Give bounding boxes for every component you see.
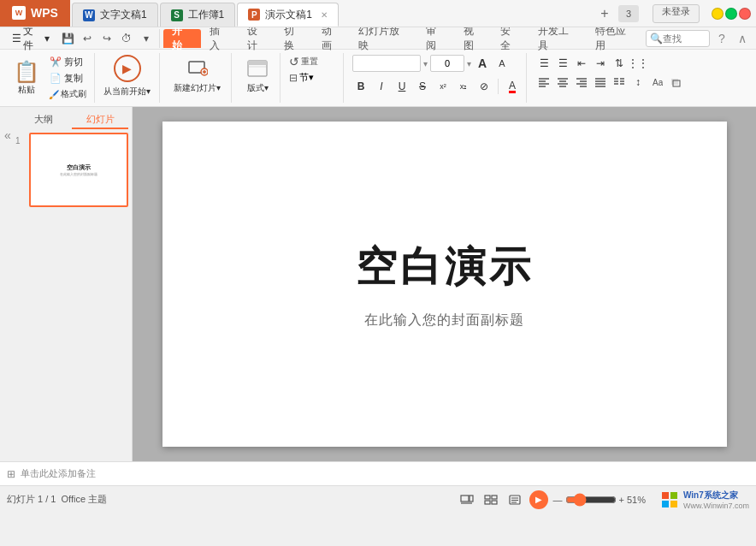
- tab-ppt[interactable]: P 演示文稿1 ✕: [237, 3, 339, 27]
- svg-rect-47: [670, 501, 677, 507]
- wps-icon: W: [12, 6, 26, 20]
- menu-hamburger[interactable]: ☰ 文件 ▾: [5, 29, 56, 48]
- watermark-brand: Win7系统之家: [683, 490, 749, 501]
- increase-indent-button[interactable]: ⇥: [592, 55, 609, 72]
- italic-button[interactable]: I: [373, 78, 390, 95]
- ribbon-tab-devtools[interactable]: 开发工具: [529, 29, 587, 48]
- help-button[interactable]: ?: [713, 30, 730, 47]
- slide-sub-title[interactable]: 在此输入您的封面副标题: [364, 312, 524, 329]
- ribbon-tab-home[interactable]: 开始: [163, 29, 201, 48]
- tab-doc[interactable]: W 文字文稿1: [72, 3, 158, 27]
- history-button[interactable]: ⏱: [117, 29, 136, 48]
- thumb-subtitle: 在此输入您的封面副标题: [60, 172, 97, 176]
- slide-canvas[interactable]: 空白演示 在此输入您的封面副标题: [162, 122, 727, 447]
- wps-logo-button[interactable]: W WPS: [0, 0, 70, 27]
- font-color-button[interactable]: A: [504, 78, 521, 95]
- align-center-button[interactable]: [554, 74, 571, 91]
- ribbon-tab-security[interactable]: 安全: [492, 29, 529, 48]
- ribbon-tab-review[interactable]: 审阅: [417, 29, 455, 48]
- tab-ppt-label: 演示文稿1: [265, 8, 312, 22]
- window-controls: [703, 8, 756, 20]
- tab-doc-label: 文字文稿1: [100, 8, 147, 22]
- bullets-button[interactable]: ☰: [535, 55, 552, 72]
- ribbon-tab-slideshow[interactable]: 幻灯片放映: [350, 29, 417, 48]
- font-group: ▾ 0 ▾ A A B I U S x² x₂ ⊘ A: [347, 53, 527, 103]
- zoom-minus[interactable]: —: [553, 495, 563, 505]
- shadow-button[interactable]: [667, 74, 684, 91]
- clear-format-button[interactable]: ⊘: [475, 78, 493, 95]
- login-button[interactable]: 未登录: [653, 4, 700, 23]
- format-painter-button[interactable]: 🖌️ 格式刷: [46, 87, 89, 101]
- search-input[interactable]: [663, 33, 706, 44]
- save-button[interactable]: 💾: [58, 29, 77, 48]
- format-painter-label: 格式刷: [61, 88, 86, 100]
- align-left-button[interactable]: [535, 74, 552, 91]
- quick-access-arrow[interactable]: ▾: [137, 29, 156, 48]
- ribbon-tab-special[interactable]: 特色应用: [587, 29, 644, 48]
- collapse-ribbon-button[interactable]: ∧: [734, 30, 751, 47]
- svg-text:Aa: Aa: [653, 78, 663, 87]
- svg-rect-36: [485, 496, 490, 499]
- more-paragraph-button[interactable]: ⋮⋮: [629, 55, 647, 72]
- main-area: « 大纲 幻灯片 1 空白演示 在此输入您的封面副标题 空白演示 在此输入您的封…: [0, 107, 756, 461]
- strikethrough-button[interactable]: S: [414, 78, 431, 95]
- titlebar-tabs: W WPS W 文字文稿1 S 工作簿1 P 演示文稿1 ✕: [0, 0, 594, 27]
- zoom-slider[interactable]: [565, 493, 617, 507]
- reader-view-button[interactable]: [505, 490, 524, 509]
- layout-icon: [245, 56, 269, 80]
- cut-label: 剪切: [64, 56, 83, 68]
- bold-button[interactable]: B: [352, 78, 369, 95]
- ribbon-tab-animation[interactable]: 动画: [313, 29, 351, 48]
- undo-button[interactable]: ↩: [78, 29, 97, 48]
- decrease-indent-button[interactable]: ⇤: [573, 55, 590, 72]
- subscript-button[interactable]: x₂: [455, 78, 472, 95]
- panel-tab-outline[interactable]: 大纲: [15, 110, 72, 129]
- new-tab-button[interactable]: +: [594, 3, 615, 24]
- superscript-button[interactable]: x²: [434, 78, 452, 95]
- ribbon-tab-view[interactable]: 视图: [455, 29, 493, 48]
- section-label: 节▾: [299, 71, 314, 84]
- minimize-button[interactable]: [712, 8, 724, 20]
- align-right-button[interactable]: [573, 74, 590, 91]
- play-button[interactable]: ▶: [114, 55, 141, 82]
- panel-tab-slides[interactable]: 幻灯片: [72, 110, 128, 129]
- slide-thumbnail-1[interactable]: 空白演示 在此输入您的封面副标题: [29, 133, 128, 207]
- font-size-increase-button[interactable]: A: [474, 55, 491, 72]
- layout-button[interactable]: 版式▾: [240, 55, 275, 96]
- notes-placeholder[interactable]: 单击此处添加备注: [21, 467, 96, 480]
- text-direction-button[interactable]: Aa: [648, 74, 665, 91]
- ribbon-tab-transition[interactable]: 切换: [275, 29, 313, 48]
- ribbon-tab-insert[interactable]: 插入: [201, 29, 239, 48]
- redo-button[interactable]: ↪: [97, 29, 116, 48]
- clipboard-small-buttons: ✂️ 剪切 📄 复制 🖌️ 格式刷: [46, 55, 89, 101]
- ribbon-tab-design[interactable]: 设计: [239, 29, 276, 48]
- maximize-button[interactable]: [725, 8, 737, 20]
- grid-view-button[interactable]: [481, 490, 500, 509]
- tab-ppt-close[interactable]: ✕: [321, 10, 328, 20]
- tab-xls[interactable]: S 工作簿1: [160, 3, 236, 27]
- slide-main-title[interactable]: 空白演示: [356, 240, 534, 294]
- collapse-panel-button[interactable]: «: [3, 127, 13, 144]
- reset-group: ↺ 重置 ⊟ 节▾: [284, 53, 344, 103]
- ribbon: 📋 粘贴 ✂️ 剪切 📄 复制 🖌️ 格式刷: [0, 50, 756, 107]
- cut-button[interactable]: ✂️ 剪切: [46, 55, 89, 69]
- close-button[interactable]: [739, 8, 751, 20]
- line-spacing-button[interactable]: ↕: [629, 74, 647, 91]
- font-name-input[interactable]: [352, 55, 421, 72]
- new-slide-button[interactable]: 新建幻灯片▾: [168, 55, 226, 96]
- tab-xls-label: 工作簿1: [188, 8, 225, 22]
- numbering-button[interactable]: ☰: [554, 55, 571, 72]
- underline-button[interactable]: U: [393, 78, 410, 95]
- normal-view-button[interactable]: [458, 490, 476, 509]
- wps-label: WPS: [31, 6, 58, 20]
- zoom-plus[interactable]: +: [619, 495, 624, 505]
- search-box[interactable]: 🔍: [646, 30, 710, 47]
- column-button[interactable]: [611, 74, 628, 91]
- direction-button[interactable]: ⇅: [611, 55, 628, 72]
- justify-button[interactable]: [592, 74, 609, 91]
- font-size-input[interactable]: 0: [430, 55, 464, 72]
- slideshow-play-button[interactable]: ▶: [529, 490, 548, 509]
- font-size-decrease-button[interactable]: A: [493, 55, 511, 72]
- paste-button[interactable]: 📋 粘贴: [10, 58, 43, 98]
- copy-button[interactable]: 📄 复制: [46, 71, 89, 86]
